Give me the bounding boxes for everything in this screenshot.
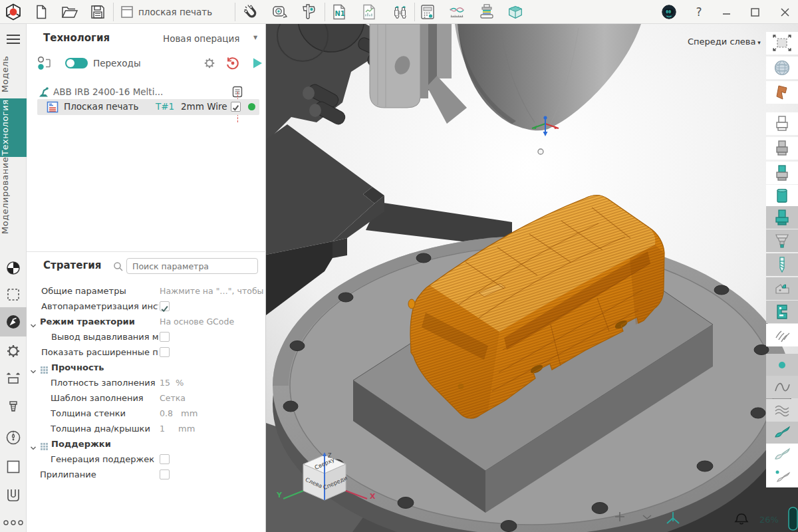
tool-name: 2mm Wire: [181, 101, 227, 112]
param-row[interactable]: Толщина дна/крышки 1 mm: [27, 421, 266, 436]
gauge-icon[interactable]: [0, 427, 27, 448]
settings-gear-icon[interactable]: [0, 340, 27, 362]
param-label: Общие параметры: [41, 283, 158, 299]
tool-number: T#1: [156, 101, 174, 112]
shading-sphere-icon[interactable]: [0, 258, 27, 278]
gcode-document-button[interactable]: N1: [331, 3, 348, 21]
tab-technology[interactable]: Технология: [0, 98, 27, 157]
param-value[interactable]: 1: [160, 421, 173, 436]
snap-magnet-button[interactable]: [243, 3, 260, 21]
print-3d-button[interactable]: [478, 3, 495, 21]
save-button[interactable]: [89, 3, 106, 21]
tools-library-button[interactable]: [392, 3, 409, 21]
graphs-button[interactable]: [448, 3, 466, 21]
param-value[interactable]: 15: [160, 375, 176, 390]
search-input[interactable]: [126, 258, 258, 274]
point-button[interactable]: [766, 354, 798, 376]
drill-button[interactable]: [766, 253, 798, 276]
tool-teal-button[interactable]: [766, 185, 798, 207]
measure-tape-button[interactable]: [271, 3, 289, 21]
svg-text:00: 00: [666, 9, 671, 15]
transitions-label: Переходы: [93, 58, 141, 68]
toolbar-separator: [113, 3, 114, 21]
param-value[interactable]: Сетка: [160, 390, 265, 406]
param-value[interactable]: 0.8: [160, 406, 178, 421]
material-box-button[interactable]: [507, 3, 524, 21]
new-operation-button[interactable]: Новая операция: [163, 33, 239, 44]
assistant-robot-icon[interactable]: 00: [660, 3, 678, 21]
workpiece-white-button[interactable]: [766, 112, 798, 135]
spline-button[interactable]: [766, 376, 798, 398]
fixture-button[interactable]: [766, 277, 798, 300]
param-row[interactable]: Шаблон заполнения Сетка: [27, 390, 266, 406]
technology-panel: Технология Новая операция ▼ Переходы ABB…: [27, 24, 266, 532]
help-button[interactable]: ?: [690, 3, 708, 21]
param-row[interactable]: Автопараметризация инструм: [27, 299, 266, 314]
new-file-button[interactable]: [33, 3, 50, 21]
param-value[interactable]: Нажмите на "…", чтобы изм: [160, 283, 265, 299]
surfaces-waves-button[interactable]: [766, 399, 798, 422]
maximize-button[interactable]: [745, 3, 764, 21]
machine-part-button[interactable]: [766, 301, 798, 323]
edit-compass-icon[interactable]: [0, 311, 27, 332]
param-label: Поддержки: [51, 436, 158, 452]
svg-text:X: X: [370, 492, 376, 501]
workpiece-setup-icon[interactable]: [0, 368, 27, 390]
view-orientation-label[interactable]: Спереди слева ▾: [688, 37, 761, 47]
mesh-flag-dot-button[interactable]: [766, 465, 798, 487]
param-row[interactable]: Общие параметры Нажмите на "…", чтобы из…: [27, 283, 266, 299]
blank-square-icon[interactable]: [0, 456, 27, 477]
recalculate-icon[interactable]: [225, 56, 240, 73]
operation-structure-icon[interactable]: [37, 56, 52, 73]
run-simulation-button[interactable]: [251, 57, 264, 72]
statistics-document-button[interactable]: [360, 3, 378, 21]
operation-checkbox[interactable]: [231, 102, 241, 112]
param-row[interactable]: Толщина стенки 0.8 mm: [27, 406, 266, 421]
calculator-button[interactable]: [419, 3, 436, 21]
close-button[interactable]: [775, 3, 794, 21]
fit-view-button[interactable]: [766, 32, 798, 55]
tool-assembly-button[interactable]: [766, 206, 798, 229]
viewport-3d[interactable]: Y X Z Сверху Слева Спереди 26% Спереди с…: [266, 24, 798, 532]
checkbox-unchecked[interactable]: [160, 347, 170, 357]
workpiece-gray-button[interactable]: [766, 137, 798, 160]
param-row[interactable]: Генерация поддержек: [27, 452, 266, 467]
param-group-row[interactable]: Режим траектории На основе GCode: [27, 314, 266, 329]
checkbox-unchecked[interactable]: [160, 332, 170, 342]
checkbox-unchecked[interactable]: [160, 454, 170, 464]
operation-settings-gear-icon[interactable]: [202, 56, 217, 73]
param-row[interactable]: Прилипание: [27, 467, 266, 482]
param-group-row[interactable]: Поддержки: [27, 436, 266, 452]
surface-button[interactable]: [766, 81, 798, 104]
param-row[interactable]: Вывод выдавливания мат: [27, 329, 266, 344]
fixture-vise-icon[interactable]: [0, 484, 27, 507]
checkbox-checked[interactable]: [160, 301, 170, 311]
holder-button[interactable]: [766, 229, 798, 252]
param-unit: mm: [178, 421, 195, 436]
param-row[interactable]: Показать расширенные пара: [27, 344, 266, 360]
chevron-down-icon[interactable]: ▼: [253, 35, 257, 41]
tool-teal-gray-button[interactable]: [766, 162, 798, 184]
checkbox-unchecked[interactable]: [160, 469, 170, 479]
scroll-indicator: [789, 507, 797, 530]
selection-box-icon[interactable]: [0, 285, 27, 305]
tab-modeling[interactable]: Моделирование: [0, 161, 27, 234]
param-value[interactable]: На основе GCode: [160, 314, 265, 329]
more-options-icon[interactable]: [0, 517, 27, 528]
param-group-row[interactable]: Прочность: [27, 360, 266, 375]
shaded-sphere-button[interactable]: [766, 57, 798, 79]
toolpath-hatch-button[interactable]: [766, 324, 798, 346]
tree-item-operation-selected[interactable]: Плоская печать T#1 2mm Wire: [37, 99, 259, 115]
transitions-toggle[interactable]: [65, 58, 88, 68]
param-row[interactable]: Плотность заполнения 15 %: [27, 375, 266, 390]
mesh-flag-white-button[interactable]: [766, 444, 798, 466]
toolbar-separator: [414, 3, 415, 21]
main-menu-icon[interactable]: [0, 31, 27, 48]
tree-item-robot[interactable]: ABB IRB 2400-16 Melti...: [27, 84, 266, 99]
minimize-button[interactable]: [718, 3, 736, 21]
mill-tool-icon[interactable]: [0, 397, 27, 418]
open-file-button[interactable]: [61, 3, 78, 21]
mesh-flag-teal-button[interactable]: [766, 422, 798, 444]
tab-model[interactable]: Модель: [0, 53, 27, 94]
caliper-button[interactable]: [300, 3, 317, 21]
